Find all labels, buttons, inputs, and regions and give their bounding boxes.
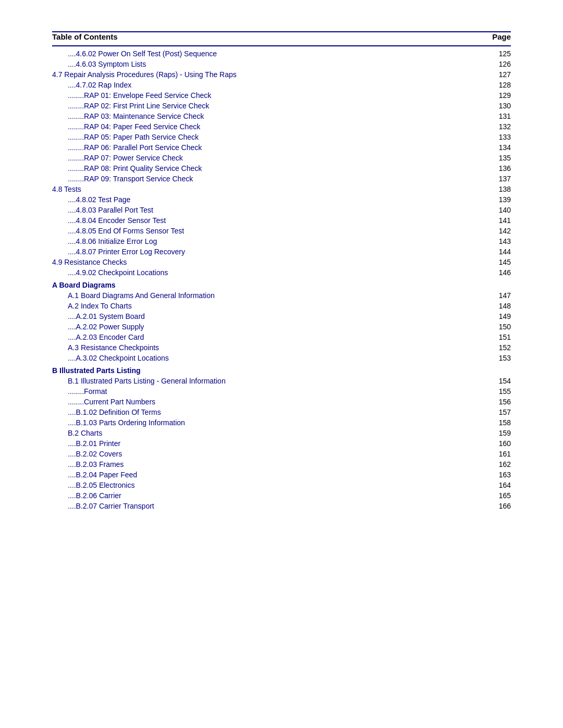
toc-row: 4.8 Tests138 xyxy=(52,184,511,194)
toc-row: ....4.6.03 Symptom Lists126 xyxy=(52,59,511,69)
toc-row: ....4.8.07 Printer Error Log Recovery144 xyxy=(52,246,511,257)
toc-page-number: 144 xyxy=(480,246,511,257)
toc-page-number: 135 xyxy=(480,153,511,163)
toc-entry-text: ....4.8.04 Encoder Sensor Test xyxy=(52,215,480,226)
toc-page-number: 151 xyxy=(480,332,511,342)
toc-page-number: 142 xyxy=(480,226,511,236)
toc-row: B.1 Illustrated Parts Listing - General … xyxy=(52,376,511,386)
toc-row: ....B.2.06 Carrier165 xyxy=(52,490,511,501)
toc-entry-text: ....4.8.03 Parallel Port Test xyxy=(52,205,480,215)
toc-page-number: 156 xyxy=(480,397,511,407)
toc-row: ........RAP 06: Parallel Port Service Ch… xyxy=(52,142,511,153)
toc-entry-text: ....4.6.03 Symptom Lists xyxy=(52,59,480,69)
toc-entry-text: B Illustrated Parts Listing xyxy=(52,363,480,376)
toc-entry-text: ....B.2.06 Carrier xyxy=(52,490,480,501)
toc-entry-text: ....A.2.01 System Board xyxy=(52,311,480,322)
toc-entry-text: ........RAP 09: Transport Service Check xyxy=(52,174,480,184)
toc-page-number: 136 xyxy=(480,163,511,174)
toc-entry-text: ....A.3.02 Checkpoint Locations xyxy=(52,353,480,363)
toc-page-number: 166 xyxy=(480,501,511,511)
toc-row: ....4.8.04 Encoder Sensor Test141 xyxy=(52,215,511,226)
toc-entry-text: ....A.2.02 Power Supply xyxy=(52,322,480,332)
toc-row: ....4.7.02 Rap Index128 xyxy=(52,80,511,90)
toc-row: A.3 Resistance Checkpoints152 xyxy=(52,342,511,353)
toc-row: ....4.8.06 Initialize Error Log143 xyxy=(52,236,511,246)
toc-entry-text: ....B.2.05 Electronics xyxy=(52,480,480,490)
toc-entry-text: ....4.8.05 End Of Forms Sensor Test xyxy=(52,226,480,236)
toc-entry-text: ....4.8.02 Test Page xyxy=(52,194,480,205)
toc-page-number: 126 xyxy=(480,59,511,69)
toc-entry-text: A.2 Index To Charts xyxy=(52,301,480,311)
toc-page-number: 161 xyxy=(480,449,511,459)
toc-page-number: 138 xyxy=(480,184,511,194)
toc-row: ....A.2.02 Power Supply150 xyxy=(52,322,511,332)
toc-page-number xyxy=(480,363,511,376)
toc-row: ....4.8.05 End Of Forms Sensor Test142 xyxy=(52,226,511,236)
toc-page-number: 164 xyxy=(480,480,511,490)
toc-table: ....4.6.02 Power On Self Test (Post) Seq… xyxy=(52,48,511,511)
toc-page-number: 150 xyxy=(480,322,511,332)
toc-row: ....B.2.02 Covers161 xyxy=(52,449,511,459)
toc-entry-text: ........RAP 04: Paper Feed Service Check xyxy=(52,121,480,132)
toc-row: ....B.2.07 Carrier Transport166 xyxy=(52,501,511,511)
toc-page-number: 148 xyxy=(480,301,511,311)
toc-entry-text: 4.9 Resistance Checks xyxy=(52,257,480,267)
toc-row: ....B.2.01 Printer160 xyxy=(52,438,511,449)
toc-entry-text: 4.8 Tests xyxy=(52,184,480,194)
toc-row: 4.9 Resistance Checks145 xyxy=(52,257,511,267)
toc-entry-text: ........RAP 08: Print Quality Service Ch… xyxy=(52,163,480,174)
toc-row: ....A.3.02 Checkpoint Locations153 xyxy=(52,353,511,363)
toc-row: B.2 Charts159 xyxy=(52,428,511,438)
toc-row: 4.7 Repair Analysis Procedures (Raps) - … xyxy=(52,69,511,80)
toc-page-number: 154 xyxy=(480,376,511,386)
toc-row: A Board Diagrams xyxy=(52,278,511,290)
toc-page-number: 141 xyxy=(480,215,511,226)
toc-row: ....4.8.02 Test Page139 xyxy=(52,194,511,205)
toc-page-number: 132 xyxy=(480,121,511,132)
toc-entry-text: B.1 Illustrated Parts Listing - General … xyxy=(52,376,480,386)
toc-entry-text: ........RAP 03: Maintenance Service Chec… xyxy=(52,111,480,121)
toc-row: ....B.1.03 Parts Ordering Information158 xyxy=(52,417,511,428)
toc-row: ........RAP 07: Power Service Check135 xyxy=(52,153,511,163)
toc-page-number: 159 xyxy=(480,428,511,438)
toc-entry-text: ........RAP 05: Paper Path Service Check xyxy=(52,132,480,142)
toc-page-number: 153 xyxy=(480,353,511,363)
toc-entry-text: ....4.8.07 Printer Error Log Recovery xyxy=(52,246,480,257)
toc-row: ....4.9.02 Checkpoint Locations146 xyxy=(52,267,511,278)
toc-entry-text: ....B.1.03 Parts Ordering Information xyxy=(52,417,480,428)
toc-row: ........RAP 08: Print Quality Service Ch… xyxy=(52,163,511,174)
toc-entry-text: ....4.6.02 Power On Self Test (Post) Seq… xyxy=(52,48,480,59)
toc-entry-text: ....A.2.03 Encoder Card xyxy=(52,332,480,342)
toc-title: Table of Contents xyxy=(52,32,118,41)
toc-row: A.1 Board Diagrams And General Informati… xyxy=(52,290,511,301)
toc-entry-text: ....4.7.02 Rap Index xyxy=(52,80,480,90)
toc-entry-text: ........RAP 07: Power Service Check xyxy=(52,153,480,163)
toc-page-number: 160 xyxy=(480,438,511,449)
toc-row: ........RAP 02: First Print Line Service… xyxy=(52,101,511,111)
toc-row: ........RAP 05: Paper Path Service Check… xyxy=(52,132,511,142)
toc-header: Table of Contents Page xyxy=(52,31,511,46)
toc-row: ....B.2.03 Frames162 xyxy=(52,459,511,470)
toc-row: ........RAP 03: Maintenance Service Chec… xyxy=(52,111,511,121)
toc-page-number: 125 xyxy=(480,48,511,59)
toc-page-number: 149 xyxy=(480,311,511,322)
toc-page-number: 139 xyxy=(480,194,511,205)
toc-entry-text: ........RAP 06: Parallel Port Service Ch… xyxy=(52,142,480,153)
toc-row: ....A.2.01 System Board149 xyxy=(52,311,511,322)
toc-page-number: 146 xyxy=(480,267,511,278)
toc-page-number: 165 xyxy=(480,490,511,501)
toc-row: ........RAP 04: Paper Feed Service Check… xyxy=(52,121,511,132)
toc-page-number: 127 xyxy=(480,69,511,80)
toc-page-number: 137 xyxy=(480,174,511,184)
toc-page-number: 145 xyxy=(480,257,511,267)
toc-page-number: 140 xyxy=(480,205,511,215)
toc-entry-text: ....B.2.07 Carrier Transport xyxy=(52,501,480,511)
toc-entry-text: ....B.1.02 Definition Of Terms xyxy=(52,407,480,417)
toc-row: ........Current Part Numbers156 xyxy=(52,397,511,407)
toc-page-number: 130 xyxy=(480,101,511,111)
toc-entry-text: ....B.2.02 Covers xyxy=(52,449,480,459)
toc-page-number: 143 xyxy=(480,236,511,246)
toc-entry-text: A Board Diagrams xyxy=(52,278,480,290)
toc-page-number: 162 xyxy=(480,459,511,470)
toc-row: ....B.2.05 Electronics164 xyxy=(52,480,511,490)
